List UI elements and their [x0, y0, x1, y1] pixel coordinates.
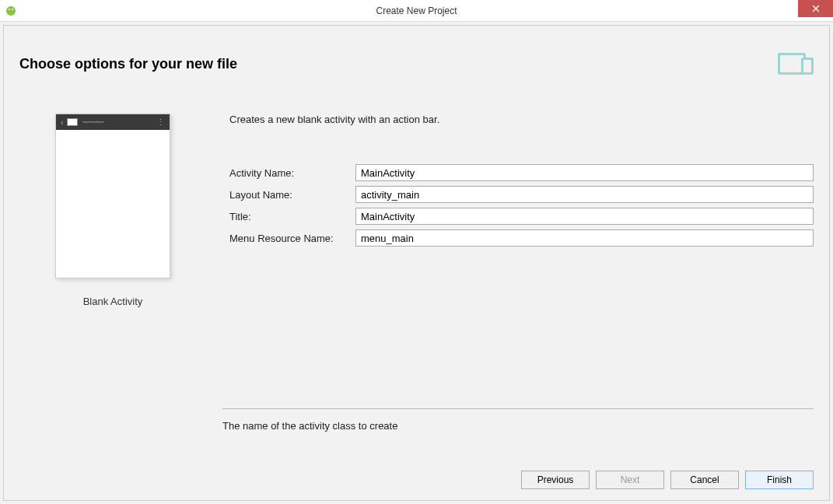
- devices-icon: [778, 53, 814, 75]
- title-row: Title:: [229, 208, 814, 225]
- separator: [222, 408, 814, 409]
- layout-name-input[interactable]: [355, 186, 814, 203]
- cancel-button[interactable]: Cancel: [670, 471, 739, 489]
- header-row: Choose options for your new file: [4, 26, 829, 75]
- android-studio-icon: [5, 5, 17, 17]
- form-column: Creates a new blank activity with an act…: [229, 114, 814, 500]
- title-input[interactable]: [355, 208, 814, 225]
- menu-resource-input[interactable]: [355, 229, 814, 247]
- activity-name-row: Activity Name:: [229, 164, 814, 181]
- svg-point-1: [9, 9, 10, 10]
- title-label: Title:: [229, 211, 355, 222]
- preview-actionbar: ‹ 〰〰〰 ⋮: [56, 114, 170, 130]
- activity-name-input[interactable]: [355, 164, 814, 181]
- button-row: Previous Next Cancel Finish: [521, 471, 814, 489]
- close-button[interactable]: [798, 0, 833, 17]
- next-button[interactable]: Next: [596, 471, 664, 489]
- preview-label: Blank Activity: [83, 296, 143, 307]
- activity-name-label: Activity Name:: [229, 167, 355, 179]
- phone-icon: [801, 58, 814, 75]
- finish-button[interactable]: Finish: [745, 471, 814, 489]
- svg-point-2: [12, 9, 13, 10]
- back-chevron-icon: ‹: [61, 117, 64, 127]
- hint-text: The name of the activity class to create: [222, 420, 397, 432]
- overflow-menu-icon: ⋮: [156, 121, 165, 124]
- main-area: ‹ 〰〰〰 ⋮ Blank Activity Creates a new bla…: [4, 75, 829, 500]
- layout-name-row: Layout Name:: [229, 186, 814, 203]
- form-description: Creates a new blank activity with an act…: [229, 114, 814, 125]
- menu-resource-label: Menu Resource Name:: [229, 233, 355, 244]
- main-panel: Choose options for your new file ‹ 〰〰〰 ⋮…: [3, 25, 830, 501]
- menu-resource-row: Menu Resource Name:: [229, 229, 814, 247]
- layout-name-label: Layout Name:: [229, 189, 355, 201]
- app-icon-placeholder: [67, 118, 78, 126]
- content: Choose options for your new file ‹ 〰〰〰 ⋮…: [0, 22, 833, 504]
- titlebar: Create New Project: [0, 0, 833, 22]
- title-placeholder-icon: 〰〰〰: [82, 118, 103, 127]
- preview-column: ‹ 〰〰〰 ⋮ Blank Activity: [43, 114, 183, 500]
- previous-button[interactable]: Previous: [521, 471, 590, 489]
- svg-point-0: [6, 6, 16, 16]
- window-title: Create New Project: [376, 5, 457, 16]
- page-title: Choose options for your new file: [19, 56, 237, 72]
- activity-preview: ‹ 〰〰〰 ⋮: [55, 114, 170, 278]
